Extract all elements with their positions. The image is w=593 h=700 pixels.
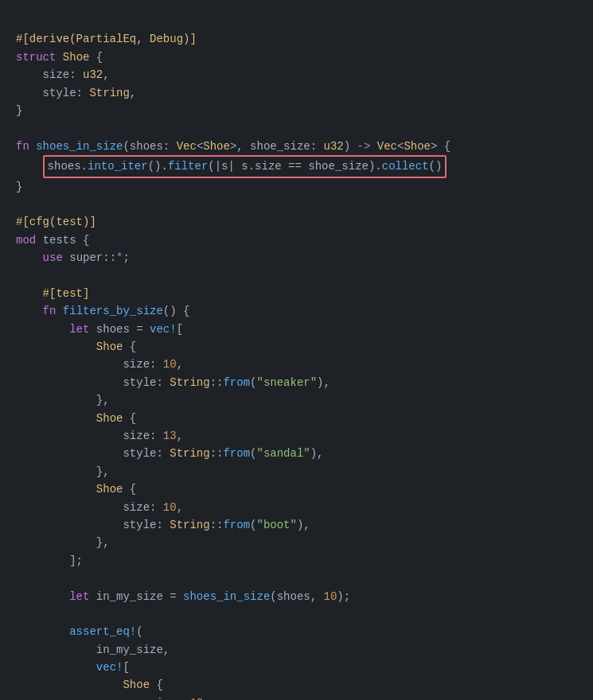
struct-keyword: struct Shoe { size: u32, style: String, … <box>16 51 136 117</box>
fn-shoes-in-size: fn shoes_in_size(shoes: Vec<Shoe>, shoe_… <box>16 140 451 193</box>
code-editor: #[derive(PartialEq, Debug)] struct Shoe … <box>16 13 577 700</box>
mod-tests: mod tests { use super::*; #[test] fn fil… <box>16 234 350 700</box>
cfg-test-attr: #[cfg(test)] <box>16 216 96 228</box>
attr-derive: #[derive(PartialEq, Debug)] <box>16 33 197 45</box>
highlighted-line: shoes.into_iter().filter(|s| s.size == s… <box>43 155 447 177</box>
